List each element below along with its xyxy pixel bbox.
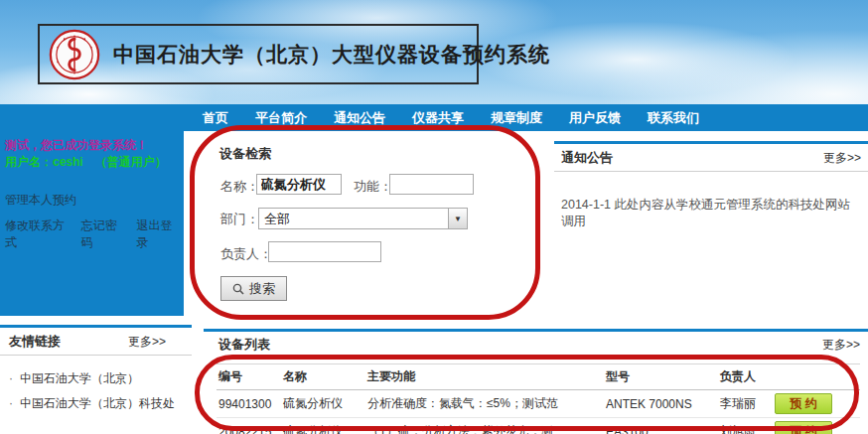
friend-links-more-link[interactable]: 更多>> bbox=[128, 334, 166, 351]
friend-links-top-border bbox=[0, 325, 192, 328]
search-section-title: 设备检索 bbox=[219, 145, 271, 163]
table-row: 99401300 硫氮分析仪 分析准确度：氮载气：≤5%；测试范 ANTEK 7… bbox=[217, 390, 860, 418]
username-line: 用户名：ceshi （普通用户） bbox=[5, 154, 179, 171]
cell-equipment-manager: 刘旭雨 bbox=[718, 418, 773, 434]
cell-equipment-func: （1）硫，分析方法：紫外荧光；测 bbox=[365, 418, 604, 434]
site-title-box: 中国石油大学（北京）大型仪器设备预约系统 bbox=[38, 24, 479, 84]
logout-link[interactable]: 退出登录 bbox=[136, 217, 179, 251]
equipment-table: 编号 名称 主要功能 型号 负责人 99401300 硫氮分析仪 分析准确度：氮… bbox=[217, 363, 860, 434]
manager-label: 负责人： bbox=[220, 245, 272, 263]
cell-equipment-id: 20082215 bbox=[217, 418, 281, 434]
nav-item-home[interactable]: 首页 bbox=[196, 109, 235, 127]
notice-more-link[interactable]: 更多>> bbox=[823, 150, 861, 167]
department-select[interactable]: 全部 ▼ bbox=[258, 208, 468, 229]
nav-item-rules[interactable]: 规章制度 bbox=[484, 109, 549, 127]
nav-item-contact[interactable]: 联系我们 bbox=[641, 109, 706, 127]
nav-item-intro[interactable]: 平台简介 bbox=[248, 109, 314, 127]
manager-input[interactable] bbox=[268, 241, 381, 262]
column-header-id: 编号 bbox=[217, 364, 281, 390]
search-button[interactable]: 搜索 bbox=[220, 276, 287, 301]
equipment-table-header-row: 编号 名称 主要功能 型号 负责人 bbox=[217, 364, 860, 390]
user-sidebar: 测试，您已成功登录系统！ 用户名：ceshi （普通用户） 管理本人预约 修改联… bbox=[0, 131, 184, 316]
column-header-model: 型号 bbox=[604, 364, 718, 390]
search-icon bbox=[232, 283, 244, 295]
friend-links-title: 友情链接 bbox=[9, 333, 61, 351]
cell-equipment-model: EA3100 bbox=[604, 418, 718, 434]
column-header-manager: 负责人 bbox=[718, 364, 773, 390]
book-button[interactable]: 预 约 bbox=[775, 393, 832, 414]
column-header-name: 名称 bbox=[281, 364, 365, 390]
function-input[interactable] bbox=[389, 174, 474, 195]
cell-equipment-manager: 李瑞丽 bbox=[718, 390, 773, 418]
manage-reservations-link[interactable]: 管理本人预约 bbox=[5, 192, 76, 209]
name-input[interactable] bbox=[256, 174, 342, 195]
page-title: 中国石油大学（北京）大型仪器设备预约系统 bbox=[113, 41, 550, 69]
name-label: 名称： bbox=[220, 178, 259, 196]
cell-equipment-name: 硫氮分析仪 bbox=[281, 390, 365, 418]
page: 中国石油大学（北京）大型仪器设备预约系统 首页 平台简介 通知公告 仪器共享 规… bbox=[0, 0, 868, 434]
login-success-message: 测试，您已成功登录系统！ bbox=[5, 137, 179, 154]
notice-item[interactable]: 2014-1-1 此处内容从学校通元管理系统的科技处网站调用 bbox=[561, 197, 859, 230]
sky-banner: 中国石油大学（北京）大型仪器设备预约系统 bbox=[0, 0, 868, 104]
notice-top-border bbox=[554, 141, 868, 144]
edit-contact-link[interactable]: 修改联系方式 bbox=[5, 217, 69, 251]
function-label: 功能： bbox=[354, 178, 392, 196]
nav-item-feedback[interactable]: 用户反馈 bbox=[562, 109, 628, 127]
book-button[interactable]: 预 约 bbox=[775, 421, 832, 434]
column-header-action bbox=[773, 364, 860, 390]
department-selected-value: 全部 bbox=[259, 209, 448, 228]
friend-links-divider bbox=[0, 355, 192, 356]
friend-link-cup[interactable]: 中国石油大学（北京） bbox=[9, 370, 139, 387]
equipment-more-link[interactable]: 更多>> bbox=[822, 337, 860, 354]
equipment-section-title: 设备列表 bbox=[218, 336, 270, 354]
cell-equipment-model: ANTEK 7000NS bbox=[604, 390, 718, 418]
table-row: 20082215 硫氮分析仪 （1）硫，分析方法：紫外荧光；测 EA3100 刘… bbox=[217, 418, 860, 434]
column-header-function: 主要功能 bbox=[365, 364, 604, 390]
cell-equipment-name: 硫氮分析仪 bbox=[281, 418, 365, 434]
main-navigation: 首页 平台简介 通知公告 仪器共享 规章制度 用户反馈 联系我们 bbox=[0, 104, 868, 131]
cell-equipment-func: 分析准确度：氮载气：≤5%；测试范 bbox=[365, 390, 604, 418]
notice-divider bbox=[554, 171, 868, 172]
search-button-label: 搜索 bbox=[249, 280, 275, 298]
equipment-top-border bbox=[204, 329, 868, 332]
department-label: 部门： bbox=[220, 211, 259, 228]
nav-item-sharing[interactable]: 仪器共享 bbox=[405, 109, 471, 127]
friend-link-cup-sci[interactable]: 中国石油大学（北京）科技处 bbox=[9, 395, 175, 412]
forgot-password-link[interactable]: 忘记密码 bbox=[81, 217, 124, 251]
nav-item-notices[interactable]: 通知公告 bbox=[327, 109, 392, 127]
cell-equipment-id: 99401300 bbox=[217, 390, 281, 418]
university-logo-icon bbox=[49, 29, 100, 80]
notice-section-title: 通知公告 bbox=[561, 149, 613, 167]
dropdown-arrow-icon[interactable]: ▼ bbox=[448, 209, 467, 228]
